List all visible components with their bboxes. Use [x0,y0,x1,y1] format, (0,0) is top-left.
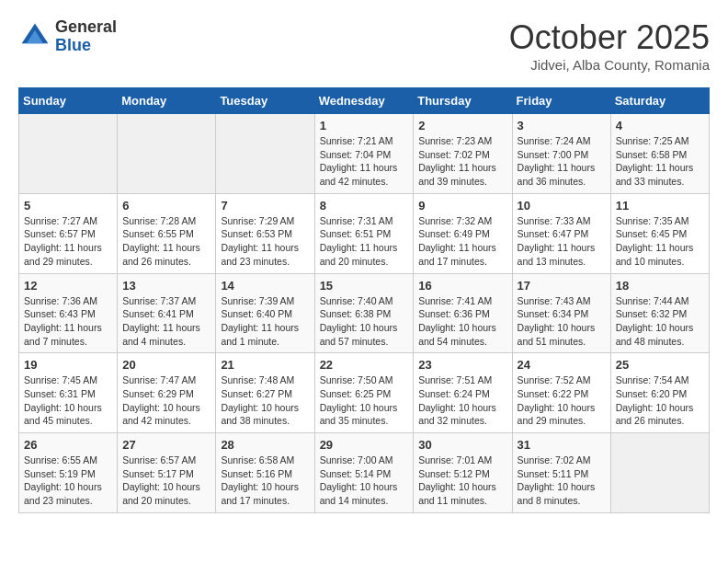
day-info: Sunrise: 7:50 AM Sunset: 6:25 PM Dayligh… [320,373,409,428]
day-number: 28 [221,438,309,452]
day-number: 18 [616,279,704,293]
day-number: 19 [24,358,112,372]
day-info: Sunrise: 7:41 AM Sunset: 6:36 PM Dayligh… [418,294,506,349]
day-header-sunday: Sunday [19,88,118,114]
day-info: Sunrise: 7:44 AM Sunset: 6:32 PM Dayligh… [616,294,704,349]
day-header-saturday: Saturday [610,88,709,114]
calendar-cell: 26Sunrise: 6:55 AM Sunset: 5:19 PM Dayli… [19,433,118,513]
calendar-week-row: 1Sunrise: 7:21 AM Sunset: 7:04 PM Daylig… [19,114,710,194]
calendar-cell: 2Sunrise: 7:23 AM Sunset: 7:02 PM Daylig… [414,114,512,194]
day-number: 21 [221,358,309,372]
day-info: Sunrise: 7:28 AM Sunset: 6:55 PM Dayligh… [122,214,210,269]
day-number: 16 [418,279,506,293]
day-info: Sunrise: 7:32 AM Sunset: 6:49 PM Dayligh… [418,214,506,269]
day-info: Sunrise: 7:00 AM Sunset: 5:14 PM Dayligh… [320,454,409,508]
calendar-cell: 9Sunrise: 7:32 AM Sunset: 6:49 PM Daylig… [414,193,512,273]
day-number: 8 [320,199,409,213]
calendar-cell: 30Sunrise: 7:01 AM Sunset: 5:12 PM Dayli… [414,433,512,513]
calendar-cell: 17Sunrise: 7:43 AM Sunset: 6:34 PM Dayli… [512,273,610,353]
day-header-monday: Monday [118,88,216,114]
calendar-cell [118,114,216,194]
day-info: Sunrise: 7:37 AM Sunset: 6:41 PM Dayligh… [122,294,210,349]
day-number: 17 [518,279,606,293]
page-header: General Blue October 2025 Jidvei, Alba C… [18,18,710,73]
calendar-cell: 3Sunrise: 7:24 AM Sunset: 7:00 PM Daylig… [512,114,610,194]
day-number: 25 [616,358,704,372]
calendar-cell: 21Sunrise: 7:48 AM Sunset: 6:27 PM Dayli… [216,353,314,433]
day-info: Sunrise: 6:55 AM Sunset: 5:19 PM Dayligh… [24,454,112,508]
day-number: 6 [122,199,210,213]
day-info: Sunrise: 7:45 AM Sunset: 6:31 PM Dayligh… [24,373,112,428]
day-number: 15 [320,279,409,293]
day-number: 20 [122,358,210,372]
calendar-cell: 31Sunrise: 7:02 AM Sunset: 5:11 PM Dayli… [512,433,610,513]
day-info: Sunrise: 7:25 AM Sunset: 6:58 PM Dayligh… [616,134,704,189]
day-header-friday: Friday [512,88,610,114]
day-number: 14 [221,279,309,293]
day-number: 27 [122,438,210,452]
day-info: Sunrise: 7:48 AM Sunset: 6:27 PM Dayligh… [221,373,309,428]
calendar-cell [610,433,709,513]
day-info: Sunrise: 7:21 AM Sunset: 7:04 PM Dayligh… [320,134,409,189]
calendar-cell: 6Sunrise: 7:28 AM Sunset: 6:55 PM Daylig… [118,193,216,273]
day-info: Sunrise: 7:47 AM Sunset: 6:29 PM Dayligh… [122,373,210,428]
day-number: 1 [320,119,409,132]
day-info: Sunrise: 7:33 AM Sunset: 6:47 PM Dayligh… [518,214,606,269]
logo-general: General [55,17,117,36]
day-number: 26 [24,438,112,452]
calendar-cell: 18Sunrise: 7:44 AM Sunset: 6:32 PM Dayli… [610,273,709,353]
day-number: 5 [24,199,112,213]
calendar-header-row: SundayMondayTuesdayWednesdayThursdayFrid… [19,88,710,114]
day-header-tuesday: Tuesday [216,88,314,114]
day-info: Sunrise: 7:29 AM Sunset: 6:53 PM Dayligh… [221,214,309,269]
location-subtitle: Jidvei, Alba County, Romania [509,57,710,73]
month-title: October 2025 [509,18,710,57]
day-number: 12 [24,279,112,293]
logo-blue: Blue [55,36,91,54]
calendar-cell: 22Sunrise: 7:50 AM Sunset: 6:25 PM Dayli… [314,353,414,433]
calendar-cell: 23Sunrise: 7:51 AM Sunset: 6:24 PM Dayli… [414,353,512,433]
calendar-table: SundayMondayTuesdayWednesdayThursdayFrid… [18,87,710,513]
day-info: Sunrise: 7:01 AM Sunset: 5:12 PM Dayligh… [418,454,506,508]
calendar-cell [216,114,314,194]
logo-text: General Blue [55,18,117,55]
calendar-cell: 13Sunrise: 7:37 AM Sunset: 6:41 PM Dayli… [118,273,216,353]
calendar-cell: 14Sunrise: 7:39 AM Sunset: 6:40 PM Dayli… [216,273,314,353]
calendar-cell: 28Sunrise: 6:58 AM Sunset: 5:16 PM Dayli… [216,433,314,513]
day-info: Sunrise: 7:24 AM Sunset: 7:00 PM Dayligh… [518,134,606,189]
day-info: Sunrise: 7:43 AM Sunset: 6:34 PM Dayligh… [518,294,606,349]
title-block: October 2025 Jidvei, Alba County, Romani… [509,18,710,73]
calendar-cell: 25Sunrise: 7:54 AM Sunset: 6:20 PM Dayli… [610,353,709,433]
calendar-cell: 20Sunrise: 7:47 AM Sunset: 6:29 PM Dayli… [118,353,216,433]
day-info: Sunrise: 7:23 AM Sunset: 7:02 PM Dayligh… [418,134,506,189]
day-number: 30 [418,438,506,452]
day-info: Sunrise: 7:40 AM Sunset: 6:38 PM Dayligh… [320,294,409,349]
day-info: Sunrise: 6:58 AM Sunset: 5:16 PM Dayligh… [221,454,309,508]
day-number: 13 [122,279,210,293]
calendar-cell: 5Sunrise: 7:27 AM Sunset: 6:57 PM Daylig… [19,193,118,273]
calendar-cell: 19Sunrise: 7:45 AM Sunset: 6:31 PM Dayli… [19,353,118,433]
day-number: 4 [616,119,704,132]
calendar-cell: 16Sunrise: 7:41 AM Sunset: 6:36 PM Dayli… [414,273,512,353]
day-info: Sunrise: 6:57 AM Sunset: 5:17 PM Dayligh… [122,454,210,508]
day-number: 10 [518,199,606,213]
logo: General Blue [18,18,117,55]
calendar-cell: 10Sunrise: 7:33 AM Sunset: 6:47 PM Dayli… [512,193,610,273]
calendar-cell: 4Sunrise: 7:25 AM Sunset: 6:58 PM Daylig… [610,114,709,194]
day-number: 7 [221,199,309,213]
day-number: 31 [518,438,606,452]
calendar-cell: 1Sunrise: 7:21 AM Sunset: 7:04 PM Daylig… [314,114,414,194]
calendar-week-row: 12Sunrise: 7:36 AM Sunset: 6:43 PM Dayli… [19,273,710,353]
day-info: Sunrise: 7:31 AM Sunset: 6:51 PM Dayligh… [320,214,409,269]
day-number: 22 [320,358,409,372]
day-info: Sunrise: 7:36 AM Sunset: 6:43 PM Dayligh… [24,294,112,349]
day-info: Sunrise: 7:52 AM Sunset: 6:22 PM Dayligh… [518,373,606,428]
calendar-cell: 11Sunrise: 7:35 AM Sunset: 6:45 PM Dayli… [610,193,709,273]
day-number: 24 [518,358,606,372]
day-info: Sunrise: 7:39 AM Sunset: 6:40 PM Dayligh… [221,294,309,349]
calendar-week-row: 26Sunrise: 6:55 AM Sunset: 5:19 PM Dayli… [19,433,710,513]
day-number: 2 [418,119,506,132]
day-number: 3 [518,119,606,132]
calendar-week-row: 19Sunrise: 7:45 AM Sunset: 6:31 PM Dayli… [19,353,710,433]
calendar-cell: 27Sunrise: 6:57 AM Sunset: 5:17 PM Dayli… [118,433,216,513]
